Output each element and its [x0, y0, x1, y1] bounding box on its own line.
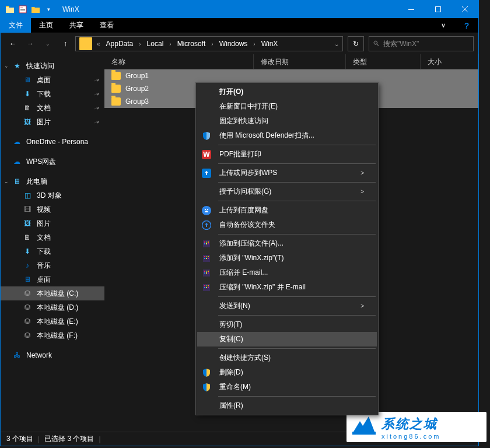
- up-button[interactable]: ↑: [58, 36, 73, 51]
- qat-dropdown-icon[interactable]: ▾: [44, 5, 53, 14]
- tab-share[interactable]: 共享: [61, 18, 92, 33]
- context-menu-item[interactable]: 压缩到 "WinX.zip" 并 E-mail: [197, 280, 377, 295]
- chevron-right-icon[interactable]: ›: [136, 41, 143, 47]
- column-headers: 名称 修改日期 类型 大小: [104, 54, 478, 69]
- context-menu-label: 上传到百度网盘: [219, 205, 364, 215]
- context-menu-label: 打开(O): [219, 87, 364, 97]
- chevron-right-icon[interactable]: ›: [167, 41, 173, 47]
- context-menu-item[interactable]: 使用 Microsoft Defender扫描...: [197, 128, 377, 143]
- sidebar-item-desktop[interactable]: 🖥︎桌面: [1, 272, 104, 286]
- context-menu-item[interactable]: 自动备份该文件夹: [197, 218, 377, 232]
- context-menu-item[interactable]: 复制(C): [197, 332, 377, 346]
- wps-blue-icon: [200, 169, 214, 178]
- svg-rect-40: [208, 287, 209, 288]
- folder-icon: [79, 37, 92, 50]
- sidebar-item-3d[interactable]: ◫3D 对象: [1, 188, 104, 202]
- context-menu-item[interactable]: 授予访问权限(G)>: [197, 184, 377, 199]
- sidebar-item-wps[interactable]: ☁WPS网盘: [1, 155, 104, 169]
- sidebar-item-documents[interactable]: 🗎文档📌︎: [1, 101, 104, 115]
- context-menu-item[interactable]: 剪切(T): [197, 317, 377, 332]
- search-input[interactable]: 🔍︎ 搜索"WinX": [369, 36, 474, 51]
- svg-rect-31: [204, 272, 205, 274]
- chevron-right-icon[interactable]: ›: [209, 41, 215, 47]
- context-menu-label: 压缩到 "WinX.zip" 并 E-mail: [219, 282, 364, 292]
- close-button[interactable]: [452, 1, 478, 18]
- chevron-right-icon[interactable]: ›: [251, 41, 257, 47]
- new-folder-icon[interactable]: [31, 5, 40, 14]
- context-menu-item[interactable]: 发送到(N)>: [197, 299, 377, 313]
- sidebar-item-onedrive[interactable]: ☁OneDrive - Persona: [1, 135, 104, 149]
- chevron-down-icon[interactable]: ⌄: [332, 41, 341, 47]
- properties-icon[interactable]: [18, 5, 27, 14]
- breadcrumb-segment[interactable]: AppData: [103, 37, 137, 51]
- picture-icon: 🖼︎: [23, 117, 32, 127]
- context-menu-item[interactable]: 上传到百度网盘: [197, 203, 377, 218]
- context-menu-item[interactable]: 删除(D): [197, 365, 377, 380]
- tab-home[interactable]: 主页: [31, 18, 61, 33]
- breadcrumb-segment[interactable]: Microsoft: [174, 37, 209, 51]
- forward-button[interactable]: →: [23, 36, 38, 51]
- context-menu-label: 剪切(T): [219, 320, 364, 330]
- breadcrumb-segment[interactable]: Windows: [216, 37, 251, 51]
- wps-red-icon: W: [200, 150, 214, 159]
- context-menu-item[interactable]: 在新窗口中打开(E): [197, 99, 377, 114]
- breadcrumb-segment[interactable]: Local: [144, 37, 167, 51]
- sidebar-item-drive-d[interactable]: ⛁本地磁盘 (D:): [1, 300, 104, 314]
- ribbon-expand-button[interactable]: ∨: [432, 18, 455, 33]
- context-menu-item[interactable]: 固定到快速访问: [197, 114, 377, 128]
- chevron-right-icon[interactable]: «: [94, 41, 103, 47]
- document-icon: 🗎: [23, 233, 32, 242]
- svg-rect-3: [20, 10, 25, 11]
- sidebar-item-videos[interactable]: 🎞︎视频: [1, 202, 104, 216]
- context-menu-item[interactable]: 重命名(M): [197, 380, 377, 394]
- tab-view[interactable]: 查看: [92, 18, 122, 33]
- column-type[interactable]: 类型: [346, 54, 421, 69]
- refresh-button[interactable]: ↻: [348, 36, 364, 51]
- column-name[interactable]: 名称: [104, 54, 254, 69]
- sidebar-item-desktop[interactable]: 🖥︎桌面📌︎: [1, 73, 104, 87]
- desktop-icon: 🖥︎: [23, 275, 32, 284]
- context-menu-item[interactable]: 创建快捷方式(S): [197, 351, 377, 365]
- chevron-down-icon[interactable]: ⌄: [4, 63, 9, 69]
- context-menu-item[interactable]: 打开(O): [197, 85, 377, 99]
- sidebar-item-downloads[interactable]: ⬇下载: [1, 244, 104, 258]
- status-selected-count: 已选择 3 个项目: [44, 434, 94, 444]
- tab-file[interactable]: 文件: [1, 18, 31, 33]
- context-menu-item[interactable]: 压缩并 E-mail...: [197, 265, 377, 280]
- svg-rect-24: [204, 258, 205, 259]
- sidebar-item-drive-e[interactable]: ⛁本地磁盘 (E:): [1, 314, 104, 328]
- context-menu-item[interactable]: 上传或同步到WPS>: [197, 166, 377, 180]
- column-date[interactable]: 修改日期: [254, 54, 346, 69]
- folder-icon: [111, 97, 121, 106]
- breadcrumb[interactable]: « AppData› Local› Microsoft› Windows› Wi…: [75, 36, 343, 51]
- context-menu-item[interactable]: 添加到压缩文件(A)...: [197, 236, 377, 251]
- sidebar-item-documents[interactable]: 🗎文档: [1, 230, 104, 244]
- sidebar-item-this-pc[interactable]: ⌄🖥︎此电脑: [1, 174, 104, 188]
- sidebar-item-pictures[interactable]: 🖼︎图片📌︎: [1, 115, 104, 129]
- context-menu-label: 使用 Microsoft Defender扫描...: [219, 131, 364, 141]
- context-menu: 打开(O)在新窗口中打开(E)固定到快速访问使用 Microsoft Defen…: [195, 82, 379, 415]
- recent-locations-button[interactable]: ⌄: [40, 36, 55, 51]
- context-menu-item[interactable]: WPDF批量打印: [197, 147, 377, 162]
- context-menu-item[interactable]: 属性(R): [197, 398, 377, 413]
- minimize-button[interactable]: [398, 1, 425, 18]
- sidebar-item-downloads[interactable]: ⬇下载📌︎: [1, 87, 104, 101]
- watermark-subtitle: xitong86.com: [382, 433, 480, 440]
- sidebar-item-pictures[interactable]: 🖼︎图片: [1, 216, 104, 230]
- maximize-button[interactable]: [425, 1, 452, 18]
- back-button[interactable]: ←: [5, 36, 20, 51]
- sidebar-item-drive-f[interactable]: ⛁本地磁盘 (F:): [1, 328, 104, 342]
- help-button[interactable]: ?: [455, 18, 478, 33]
- svg-rect-35: [204, 285, 205, 286]
- sidebar-item-music[interactable]: ♪音乐: [1, 258, 104, 272]
- sidebar-item-drive-c[interactable]: ⛁本地磁盘 (C:): [1, 286, 104, 300]
- explorer-window: ▾ WinX 文件 主页 共享 查看 ∨ ? ← → ⌄ ↑ « AppData…: [0, 0, 479, 446]
- sidebar-item-quick-access[interactable]: ⌄★快速访问: [1, 59, 104, 73]
- sidebar-item-network[interactable]: 🖧︎Network: [1, 348, 104, 362]
- context-menu-item[interactable]: 添加到 "WinX.zip"(T): [197, 251, 377, 265]
- file-row[interactable]: Group1: [104, 69, 478, 82]
- chevron-down-icon[interactable]: ⌄: [4, 178, 9, 184]
- column-size[interactable]: 大小: [421, 54, 478, 69]
- breadcrumb-segment[interactable]: WinX: [258, 37, 282, 51]
- network-icon: 🖧︎: [12, 351, 22, 360]
